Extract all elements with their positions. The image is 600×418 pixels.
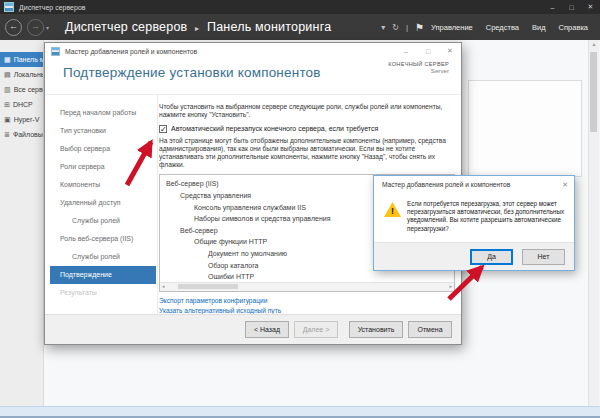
app-navbar: ← → ▾ Диспетчер серверов ▸ Панель монито… [0,14,600,40]
warning-icon: ! [384,202,401,217]
vertical-scrollbar[interactable]: ▲ [588,40,599,406]
back-button[interactable]: < Назад [245,321,289,338]
window-title: Диспетчер серверов [19,4,86,11]
app-menu: УправлениеСредстваВидСправка [431,23,588,32]
wizard-step[interactable]: Роли сервера [50,158,156,176]
breadcrumb-root[interactable]: Диспетчер серверов [65,20,187,34]
sidebar-item[interactable]: ▥ Все серверы [0,82,43,97]
confirm-intro-text: Чтобы установить на выбранном сервере сл… [159,103,451,119]
dialog-message: Если потребуется перезагрузка, этот серв… [407,200,566,233]
refresh-icon[interactable]: ↻ [392,23,399,32]
dialog-body: ! Если потребуется перезагрузка, этот се… [374,193,574,233]
restart-checkbox-row[interactable]: ✓ Автоматический перезапуск конечного се… [159,125,455,133]
next-button: Далее > [294,321,338,338]
wizard-close-icon[interactable]: ✕ [439,43,461,59]
welcome-tile [468,80,582,177]
restart-checkbox-label[interactable]: Автоматический перезапуск конечного серв… [171,125,378,132]
scroll-left-icon[interactable]: ◂ [162,283,165,290]
wizard-maximize-icon[interactable]: □ [417,43,439,59]
notifications-flag-icon[interactable]: ⚑ [415,22,424,33]
back-icon[interactable]: ← [5,19,22,36]
sidebar-item-icon: ≣ [4,131,10,139]
breadcrumb-separator-icon: ▸ [195,24,199,33]
menu-item[interactable]: Средства [486,23,519,32]
sidebar-item[interactable]: ▣ Hyper-V [0,112,43,127]
header-divider [45,94,461,95]
wizard-step[interactable]: Службы ролей [50,248,156,266]
sidebar-item-label: Hyper-V [14,116,40,123]
wizard-step[interactable]: Роль веб-сервера (IIS) [50,230,156,248]
server-manager-app-icon [4,2,14,12]
scroll-up-icon[interactable]: ▲ [589,40,599,49]
wizard-step[interactable]: Тип установки [50,122,156,140]
wizard-title: Мастер добавления ролей и компонентов [65,48,197,55]
sidebar: ▦ Панель мониторинга ▤ Локальный сервер … [0,40,44,406]
checkbox-checked-icon[interactable]: ✓ [159,125,167,133]
breadcrumb: Диспетчер серверов ▸ Панель мониторинга [65,20,331,34]
sidebar-item-label: DHCP [13,101,33,108]
wizard-step[interactable]: Выбор сервера [50,140,156,158]
sidebar-item[interactable]: ▦ Панель мониторинга [0,52,43,67]
wizard-minimize-icon[interactable]: – [395,43,417,59]
maximize-icon[interactable]: □ [562,0,581,14]
install-button[interactable]: Установить [349,321,403,338]
wizard-step[interactable]: Перед началом работы [50,104,156,122]
wizard-step-nav: Перед началом работыТип установкиВыбор с… [50,104,156,302]
minimize-icon[interactable]: – [543,0,562,14]
sidebar-item[interactable]: ⊞ DHCP [0,97,43,112]
sidebar-item-icon: ▥ [4,86,11,94]
wizard-step[interactable]: Результаты [50,284,156,302]
wizard-step[interactable]: Компоненты [50,176,156,194]
sidebar-item-label: Локальный сервер [14,71,43,78]
wizard-step[interactable]: Службы ролей [50,212,156,230]
sidebar-item-icon: ▦ [4,56,11,64]
wizard-links: Экспорт параметров конфигурацииУказать а… [159,296,455,315]
menu-item[interactable]: Управление [431,23,473,32]
target-server-block: КОНЕЧНЫЙ СЕРВЕР Server [388,61,449,74]
tree-horizontal-scrollbar[interactable]: ◂ ▸ [160,282,454,291]
scope-caret-icon[interactable]: ▾ [381,23,385,32]
window-titlebar: Диспетчер серверов – □ ✕ [0,0,600,14]
close-icon[interactable]: ✕ [581,0,600,14]
forward-icon[interactable]: → [27,19,44,36]
sidebar-item-label: Все серверы [14,86,43,93]
wizard-app-icon [51,47,60,56]
tree-scrollbar-thumb[interactable] [178,284,238,289]
sidebar-item-label: Панель мониторинга [14,56,43,63]
wizard-footer: < Назад Далее > Установить Отмена [45,314,461,344]
sidebar-item-icon: ▤ [4,71,11,79]
target-server-value: Server [388,67,449,74]
cancel-button[interactable]: Отмена [408,321,452,338]
history-caret-icon[interactable]: ▾ [46,24,49,31]
yes-button[interactable]: Да [470,249,513,265]
tree-item[interactable]: Ошибки HTTP [160,271,454,283]
sidebar-item-icon: ▣ [4,116,11,124]
scroll-right-icon[interactable]: ▸ [449,283,452,290]
confirm-note-text: На этой странице могут быть отображены д… [159,137,451,169]
wizard-step[interactable]: Подтверждение [50,266,156,284]
screen: Диспетчер серверов – □ ✕ ← → ▾ Диспетчер… [0,0,600,418]
no-button[interactable]: Нет [522,249,565,265]
wizard-page-heading: Подтверждение установки компонентов [63,65,321,80]
sidebar-item[interactable]: ▤ Локальный сервер [0,67,43,82]
restart-confirm-dialog: Мастер добавления ролей и компонентов ✕ … [373,175,575,271]
dialog-footer: Да Нет [374,242,574,270]
wizard-titlebar: Мастер добавления ролей и компонентов – … [45,43,461,59]
menu-item[interactable]: Вид [532,23,546,32]
sidebar-item-label: Файловые службы и хранилища [13,131,43,138]
breadcrumb-current[interactable]: Панель мониторинга [207,20,331,34]
wizard-step[interactable]: Удаленный доступ [50,194,156,212]
toolbar-divider: | [406,23,408,32]
sidebar-item[interactable]: ≣ Файловые службы и хранилища [0,127,43,142]
dialog-close-icon[interactable]: ✕ [562,181,574,189]
dialog-titlebar: Мастер добавления ролей и компонентов ✕ [374,176,574,193]
nav-divider [157,95,158,314]
menu-item[interactable]: Справка [559,23,588,32]
dialog-title: Мастер добавления ролей и компонентов [374,181,510,188]
window-bottom-border [0,406,600,418]
wizard-link[interactable]: Экспорт параметров конфигурации [159,296,455,306]
sidebar-item-icon: ⊞ [4,101,10,109]
scrollbar-thumb[interactable] [590,52,597,132]
